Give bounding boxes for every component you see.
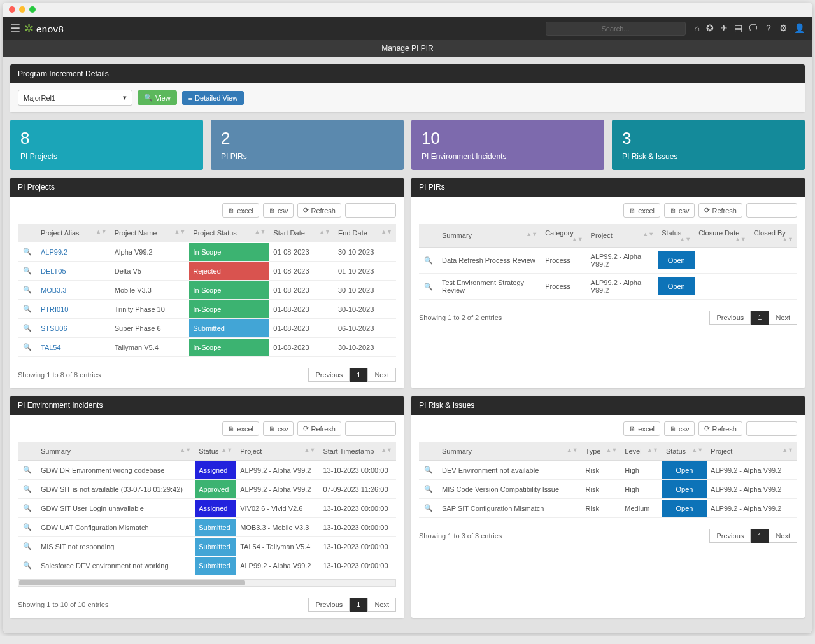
file-icon: 🗎	[629, 207, 636, 214]
status-badge: Open	[662, 500, 707, 517]
col-status[interactable]: Status▲▼	[195, 442, 236, 461]
monitor-icon[interactable]: 🖵	[749, 23, 758, 34]
stat-pi-risks[interactable]: 3 PI Risk & Issues	[612, 120, 805, 170]
table-search-input[interactable]	[345, 203, 396, 218]
table-search-input[interactable]	[345, 421, 396, 436]
pager-next[interactable]: Next	[769, 529, 797, 543]
col-type[interactable]: Type▲▼	[582, 442, 621, 461]
view-row-icon[interactable]: 🔍	[18, 281, 37, 300]
detailed-view-button[interactable]: ≡ Detailed View	[182, 91, 244, 105]
project-alias-link[interactable]: TAL54	[37, 338, 111, 357]
hamburger-menu-icon[interactable]: ☰	[10, 22, 20, 36]
stat-pi-projects[interactable]: 8 PI Projects	[10, 120, 203, 170]
pager-page-1[interactable]: 1	[751, 529, 769, 543]
brand-logo[interactable]: ✲ enov8	[24, 22, 64, 36]
view-row-icon[interactable]: 🔍	[18, 338, 37, 357]
col-start-ts[interactable]: Start Timestamp▲▼	[319, 442, 396, 461]
pager-previous[interactable]: Previous	[308, 598, 350, 612]
refresh-button[interactable]: ⟳Refresh	[297, 203, 341, 218]
risk-level: High	[621, 480, 662, 499]
refresh-button[interactable]: ⟳Refresh	[297, 421, 341, 436]
project-name: Trinity Phase 10	[111, 300, 190, 319]
view-row-icon[interactable]: 🔍	[419, 499, 438, 518]
col-closed-by[interactable]: Closed By▲▼	[750, 224, 797, 248]
export-excel-button[interactable]: 🗎excel	[222, 203, 259, 218]
table-info: Showing 1 to 3 of 3 entries	[419, 532, 502, 540]
view-row-icon[interactable]: 🔍	[18, 518, 37, 537]
window-minimize-icon[interactable]	[19, 6, 25, 13]
pager-page-1[interactable]: 1	[350, 368, 367, 382]
refresh-icon: ⟳	[704, 206, 710, 214]
global-search-input[interactable]	[546, 22, 686, 36]
col-summary[interactable]: Summary▲▼	[438, 224, 541, 248]
project-alias-link[interactable]: STSU06	[37, 319, 111, 338]
pager-next[interactable]: Next	[367, 368, 396, 382]
settings-gear-icon[interactable]: ⚙	[779, 23, 788, 34]
pager-page-1[interactable]: 1	[751, 311, 769, 325]
project-alias-link[interactable]: DELT05	[37, 262, 111, 281]
project-alias-link[interactable]: PTRI010	[37, 300, 111, 319]
col-project[interactable]: Project▲▼	[707, 442, 797, 461]
table-search-input[interactable]	[746, 203, 797, 218]
pager-previous[interactable]: Previous	[709, 529, 751, 543]
release-select[interactable]: MajorRel1 ▾	[18, 90, 132, 106]
send-icon[interactable]: ✈	[720, 23, 728, 34]
col-status[interactable]: Status▲▼	[662, 442, 707, 461]
pager-previous[interactable]: Previous	[709, 311, 751, 325]
export-csv-button[interactable]: 🗎csv	[664, 421, 695, 436]
window-maximize-icon[interactable]	[29, 6, 36, 13]
col-category[interactable]: Category▲▼	[541, 224, 586, 248]
closure-date	[695, 274, 750, 300]
export-csv-button[interactable]: 🗎csv	[263, 421, 294, 436]
table-search-input[interactable]	[746, 421, 797, 436]
view-row-icon[interactable]: 🔍	[18, 319, 37, 338]
pager-next[interactable]: Next	[769, 311, 797, 325]
window-close-icon[interactable]	[9, 6, 15, 13]
col-summary[interactable]: Summary▲▼	[37, 442, 195, 461]
user-icon[interactable]: 👤	[794, 23, 805, 34]
view-row-icon[interactable]: 🔍	[419, 461, 438, 480]
project-alias-link[interactable]: MOB3.3	[37, 281, 111, 300]
col-summary[interactable]: Summary▲▼	[438, 442, 582, 461]
export-csv-button[interactable]: 🗎csv	[664, 203, 695, 218]
pager-previous[interactable]: Previous	[308, 368, 350, 382]
col-status[interactable]: Status▲▼	[658, 224, 695, 248]
calendar-icon[interactable]: ▤	[734, 23, 742, 34]
export-excel-button[interactable]: 🗎excel	[623, 421, 660, 436]
pager-page-1[interactable]: 1	[350, 598, 367, 612]
view-row-icon[interactable]: 🔍	[419, 274, 438, 300]
view-row-icon[interactable]: 🔍	[18, 499, 37, 518]
view-row-icon[interactable]: 🔍	[419, 248, 438, 274]
project-alias-link[interactable]: ALP99.2	[37, 242, 111, 262]
view-row-icon[interactable]: 🔍	[18, 480, 37, 499]
view-row-icon[interactable]: 🔍	[18, 300, 37, 319]
star-icon[interactable]: ✪	[706, 23, 714, 34]
col-project-name[interactable]: Project Name▲▼	[111, 224, 190, 242]
view-row-icon[interactable]: 🔍	[18, 556, 37, 575]
view-row-icon[interactable]: 🔍	[18, 537, 37, 556]
col-project[interactable]: Project▲▼	[236, 442, 319, 461]
view-row-icon[interactable]: 🔍	[18, 461, 37, 480]
col-project-alias[interactable]: Project Alias▲▼	[37, 224, 111, 242]
col-level[interactable]: Level▲▼	[621, 442, 662, 461]
view-row-icon[interactable]: 🔍	[18, 262, 37, 281]
view-row-icon[interactable]: 🔍	[18, 242, 37, 262]
export-excel-button[interactable]: 🗎excel	[222, 421, 259, 436]
view-button[interactable]: 🔍 View	[138, 90, 177, 105]
export-csv-button[interactable]: 🗎csv	[263, 203, 294, 218]
pager-next[interactable]: Next	[367, 598, 396, 612]
col-project[interactable]: Project▲▼	[587, 224, 658, 248]
col-closure-date[interactable]: Closure Date▲▼	[695, 224, 750, 248]
col-start-date[interactable]: Start Date▲▼	[269, 224, 334, 242]
col-project-status[interactable]: Project Status▲▼	[189, 224, 269, 242]
home-icon[interactable]: ⌂	[695, 23, 700, 34]
refresh-button[interactable]: ⟳Refresh	[698, 203, 742, 218]
stat-pi-pirs[interactable]: 2 PI PIRs	[211, 120, 404, 170]
help-icon[interactable]: ？	[764, 23, 773, 34]
view-row-icon[interactable]: 🔍	[419, 480, 438, 499]
export-excel-button[interactable]: 🗎excel	[623, 203, 660, 218]
col-end-date[interactable]: End Date▲▼	[334, 224, 396, 242]
stat-pi-incidents[interactable]: 10 PI Environment Incidents	[411, 120, 604, 170]
refresh-button[interactable]: ⟳Refresh	[698, 421, 742, 436]
horizontal-scrollbar[interactable]	[18, 579, 396, 587]
